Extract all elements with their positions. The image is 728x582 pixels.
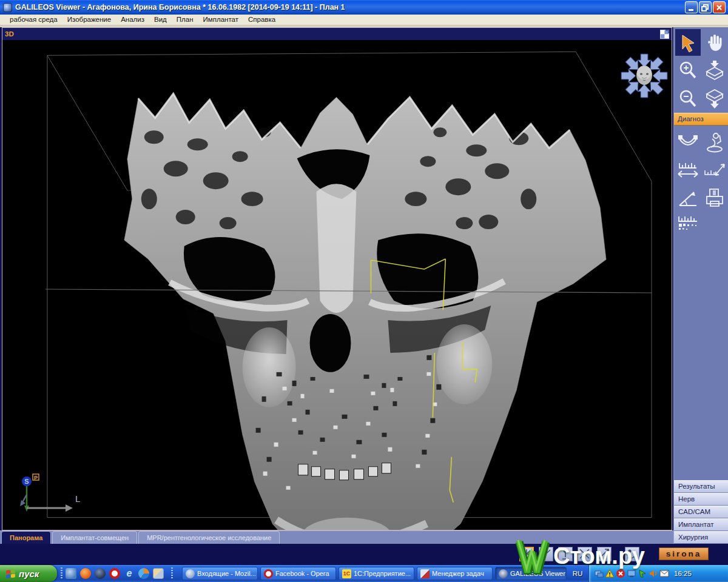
patient-position-tool-button[interactable] xyxy=(702,129,727,156)
taskbar-button-opera[interactable]: Facebook - Opera xyxy=(260,567,336,580)
zoom-out-button[interactable] xyxy=(675,85,701,112)
zoom-in-button[interactable] xyxy=(675,57,701,84)
system-tray: 16:25 xyxy=(588,565,728,582)
tab-implant-aligned[interactable]: Имплантат-совмещен xyxy=(52,531,137,544)
quicklaunch-divider[interactable] xyxy=(61,567,62,580)
clip-layer-down-button[interactable] xyxy=(702,85,727,112)
diagnosis-section-header[interactable]: Диагноз xyxy=(674,113,728,125)
tab-mpr[interactable]: MPR/рентгенологическое исследование xyxy=(138,531,280,544)
start-button[interactable]: пуск xyxy=(0,565,57,582)
clip-up-icon xyxy=(704,59,726,81)
alert-icon[interactable] xyxy=(605,569,615,578)
dental-arch-tool-button[interactable] xyxy=(675,129,701,156)
zoom-out-icon xyxy=(678,89,698,109)
galileos-icon xyxy=(499,569,508,578)
firefox-icon[interactable] xyxy=(80,568,91,579)
taskband-divider[interactable] xyxy=(171,567,173,580)
task-manager-icon xyxy=(420,569,430,578)
patient-chair-icon xyxy=(704,132,726,153)
layout-button-2[interactable] xyxy=(539,547,553,561)
skull-3d-render xyxy=(2,40,672,530)
select-tool-button[interactable] xyxy=(675,29,701,56)
taskbar: пуск e Входящие - Mozil... Facebook - Op… xyxy=(0,565,728,582)
ruler-oblique-icon xyxy=(703,159,726,180)
language-indicator[interactable]: RU xyxy=(569,565,586,582)
window-titlebar[interactable]: GALILEOS Viewer - Агафонова, Ирина Борис… xyxy=(0,0,728,15)
menu-implant[interactable]: Имплантат xyxy=(198,15,243,25)
restore-button[interactable] xyxy=(699,1,712,13)
taskbar-button-galileos[interactable]: GALILEOS Viewer ... xyxy=(495,567,567,580)
section-nerve[interactable]: Нерв xyxy=(674,493,728,506)
menu-bar: рабочая среда Изображение Анализ Вид Пла… xyxy=(0,15,728,25)
menu-analysis[interactable]: Анализ xyxy=(116,15,149,25)
layout-button-4[interactable] xyxy=(578,547,592,561)
printer-icon xyxy=(704,187,726,209)
internet-explorer-icon[interactable]: e xyxy=(124,568,135,579)
layout-button-5[interactable] xyxy=(597,547,612,561)
viewport-maximize-icon[interactable] xyxy=(660,30,669,39)
print-tool-button[interactable] xyxy=(702,185,727,212)
3d-canvas[interactable]: S P L xyxy=(2,40,672,530)
section-implant[interactable]: Имплантат xyxy=(674,518,728,531)
layout-button-1[interactable] xyxy=(519,547,534,561)
angle-icon xyxy=(677,188,699,209)
taskbar-button-1c[interactable]: 1С 1С:Предприятие... xyxy=(339,567,414,580)
show-desktop-icon[interactable] xyxy=(66,568,76,579)
menu-image[interactable]: Изображение xyxy=(62,15,116,25)
axis-p-label: P xyxy=(34,475,38,481)
opera-icon[interactable] xyxy=(109,568,120,579)
section-surgery[interactable]: Хирургия xyxy=(674,531,728,544)
cursor-arrow-icon xyxy=(678,33,698,52)
layout-button-6[interactable] xyxy=(625,547,639,561)
axis-s-label: S xyxy=(24,478,29,485)
section-cadcam[interactable]: CAD/CAM xyxy=(674,506,728,518)
taskbar-button-label: Менеджер задач xyxy=(432,570,484,577)
thunderbird-icon[interactable] xyxy=(95,568,106,579)
axis-l-label: L xyxy=(75,493,80,504)
viewport-titlebar: 3D xyxy=(2,28,672,40)
menu-plan[interactable]: План xyxy=(172,15,198,25)
menu-view[interactable]: Вид xyxy=(149,15,172,25)
head-model-icon xyxy=(636,65,652,85)
taskbar-button-mail[interactable]: Входящие - Mozil... xyxy=(182,567,258,580)
section-results[interactable]: Результаты xyxy=(674,480,728,493)
minimize-button[interactable] xyxy=(685,1,698,13)
media-player-icon[interactable] xyxy=(138,568,149,579)
menu-workspace[interactable]: рабочая среда xyxy=(5,15,62,25)
measure-angle-tool-button[interactable] xyxy=(675,185,701,212)
pan-tool-button[interactable] xyxy=(702,29,727,56)
close-button[interactable] xyxy=(713,1,726,13)
explorer-icon[interactable] xyxy=(153,568,164,579)
measure-scale-tool-button[interactable] xyxy=(675,213,701,233)
status-icon[interactable] xyxy=(638,569,647,578)
close-icon xyxy=(715,4,724,12)
bottom-strip: sirona xyxy=(0,544,728,565)
sirona-logo: sirona xyxy=(659,547,709,560)
clip-layer-up-button[interactable] xyxy=(702,57,727,84)
ruler-scale-icon xyxy=(676,215,699,232)
restore-icon xyxy=(701,4,710,12)
network-icon[interactable] xyxy=(594,569,604,578)
layout-button-3[interactable] xyxy=(558,547,573,561)
axis-orientation-widget: S P L xyxy=(16,473,95,521)
view-tabs: Панорама Имплантат-совмещен MPR/рентгено… xyxy=(0,530,673,544)
tool-sidebar: Диагноз xyxy=(673,27,728,544)
tab-panorama[interactable]: Панорама xyxy=(1,531,51,544)
error-icon[interactable] xyxy=(616,569,625,578)
volume-icon[interactable] xyxy=(649,569,658,578)
mail-icon[interactable] xyxy=(659,569,669,578)
windows-flag-icon xyxy=(5,569,16,579)
taskbar-button-label: Входящие - Mozil... xyxy=(197,570,256,577)
taskbar-button-taskmanager[interactable]: Менеджер задач xyxy=(417,567,493,580)
orientation-head-widget[interactable] xyxy=(620,53,669,98)
viewport-panel: 3D xyxy=(2,27,672,530)
viewport-label: 3D xyxy=(5,30,14,38)
window-title: GALILEOS Viewer - Агафонова, Ирина Борис… xyxy=(15,3,345,12)
menu-help[interactable]: Справка xyxy=(243,15,280,25)
update-icon[interactable] xyxy=(627,569,636,578)
measure-width-tool-button[interactable] xyxy=(675,158,701,181)
ruler-width-icon xyxy=(676,161,699,179)
minimize-icon xyxy=(687,4,696,12)
measure-oblique-tool-button[interactable] xyxy=(702,158,727,181)
mail-client-icon xyxy=(186,569,195,578)
